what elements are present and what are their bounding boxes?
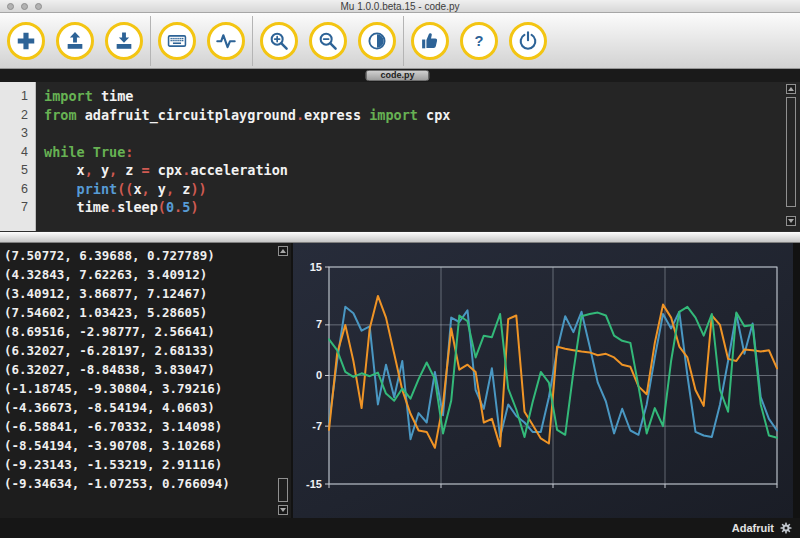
tab-code-py[interactable]: code.py [365, 70, 429, 81]
code-line: x, y, z = cpx.acceleration [44, 161, 780, 180]
repl-line: (8.69516, -2.98777, 2.56641) [4, 322, 230, 341]
title-bar: Mu 1.0.0.beta.15 - code.py [0, 0, 800, 13]
gear-icon[interactable] [779, 521, 793, 535]
pulse-icon [215, 30, 237, 52]
editor-scroll-up-button[interactable] [786, 84, 796, 94]
repl-line: (7.50772, 6.39688, 0.727789) [4, 246, 230, 265]
toolbar-save-button[interactable] [105, 22, 143, 60]
repl-line: (-4.36673, -8.54194, 4.0603) [4, 398, 230, 417]
toolbar-repl-button[interactable] [158, 22, 196, 60]
code-line [44, 124, 780, 143]
toolbar-help-button[interactable]: ? [460, 22, 498, 60]
repl-scroll-up-button[interactable] [278, 246, 288, 256]
editor-scroll-thumb[interactable] [786, 97, 796, 207]
line-number: 3 [0, 124, 35, 143]
pane-splitter[interactable] [0, 231, 800, 243]
toolbar-quit-button[interactable] [509, 22, 547, 60]
y-tick-label: -7 [312, 420, 322, 432]
toolbar-load-button[interactable] [56, 22, 94, 60]
editor-scroll-down-button[interactable] [786, 216, 796, 226]
question-icon: ? [468, 30, 490, 52]
magnifier-plus-icon [268, 30, 290, 52]
chevron-down-icon [788, 219, 794, 223]
toolbar-plotter-button[interactable] [207, 22, 245, 60]
y-tick-label: 0 [316, 369, 322, 381]
toolbar-zoom-out-button[interactable] [309, 22, 347, 60]
toolbar-theme-button[interactable] [358, 22, 396, 60]
editor-scrollbar[interactable] [786, 84, 797, 229]
code-editor[interactable]: 1234567 import timefrom adafruit_circuit… [0, 82, 800, 231]
repl-line: (6.32027, -6.28197, 2.68133) [4, 341, 230, 360]
toolbar-group: ? [404, 22, 554, 60]
toolbar-check-button[interactable] [411, 22, 449, 60]
toolbar-zoom-in-button[interactable] [260, 22, 298, 60]
repl-line: (-9.34634, -1.07253, 0.766094) [4, 474, 230, 493]
svg-text:?: ? [475, 32, 484, 48]
toolbar-group [253, 22, 403, 60]
keyboard-icon [166, 30, 188, 52]
line-number-gutter: 1234567 [0, 82, 36, 231]
plus-icon [15, 30, 37, 52]
toolbar-group [0, 22, 150, 60]
device-mode-label: Adafruit [732, 522, 774, 534]
repl-line: (3.40912, 3.86877, 7.12467) [4, 284, 230, 303]
line-number: 7 [0, 198, 35, 217]
code-line: print((x, y, z)) [44, 180, 780, 199]
serial-repl-pane[interactable]: (7.50772, 6.39688, 0.727789)(4.32843, 7.… [0, 243, 291, 518]
toolbar-new-button[interactable] [7, 22, 45, 60]
y-tick-label: 15 [310, 261, 322, 273]
chevron-up-icon [280, 249, 286, 253]
download-icon [113, 30, 135, 52]
line-number: 4 [0, 143, 35, 162]
repl-line: (-6.58841, -6.70332, 3.14098) [4, 417, 230, 436]
repl-line: (6.32027, -8.84838, 3.83047) [4, 360, 230, 379]
repl-scroll-thumb[interactable] [278, 478, 288, 502]
repl-line: (-1.18745, -9.30804, 3.79216) [4, 379, 230, 398]
line-number: 5 [0, 161, 35, 180]
repl-line: (7.54602, 1.03423, 5.28605) [4, 303, 230, 322]
plotter-pane: 1570-7-15 [293, 243, 793, 518]
upload-icon [64, 30, 86, 52]
repl-line: (-9.23143, -1.53219, 2.91116) [4, 455, 230, 474]
contrast-icon [366, 30, 388, 52]
line-number: 1 [0, 87, 35, 106]
chevron-down-icon [280, 508, 286, 512]
code-line: import time [44, 87, 780, 106]
line-number: 6 [0, 180, 35, 199]
code-line: from adafruit_circuitplayground.express … [44, 106, 780, 125]
magnifier-minus-icon [317, 30, 339, 52]
repl-scroll-down-button[interactable] [278, 505, 288, 515]
code-lines[interactable]: import timefrom adafruit_circuitplaygrou… [44, 82, 780, 217]
acceleration-plot: 1570-7-15 [293, 243, 793, 518]
tab-label: code.py [380, 71, 414, 80]
repl-line: (-8.54194, -3.90708, 3.10268) [4, 436, 230, 455]
code-line: time.sleep(0.5) [44, 198, 780, 217]
repl-scrollbar[interactable] [278, 246, 289, 516]
chevron-up-icon [788, 87, 794, 91]
repl-output: (7.50772, 6.39688, 0.727789)(4.32843, 7.… [4, 246, 230, 493]
y-tick-label: 7 [316, 318, 322, 330]
toolbar-group [151, 22, 252, 60]
y-tick-label: -15 [306, 478, 322, 490]
window-title: Mu 1.0.0.beta.15 - code.py [0, 0, 800, 13]
thumbs-up-icon [419, 30, 441, 52]
repl-line: (4.32843, 7.62263, 3.40912) [4, 265, 230, 284]
code-line: while True: [44, 143, 780, 162]
bottom-panes: (7.50772, 6.39688, 0.727789)(4.32843, 7.… [0, 243, 800, 518]
toolbar: ? [0, 13, 800, 69]
line-number: 2 [0, 106, 35, 125]
tab-bar: code.py [0, 69, 800, 82]
power-icon [517, 30, 539, 52]
status-bar: Adafruit [0, 518, 800, 538]
